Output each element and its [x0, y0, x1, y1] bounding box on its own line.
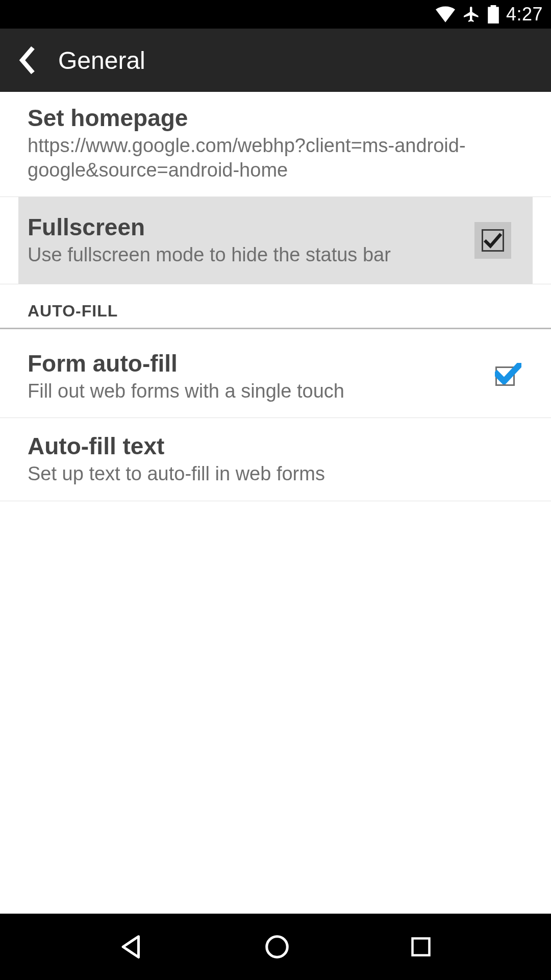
form-autofill-checkbox[interactable] — [487, 358, 523, 395]
airplane-mode-icon — [462, 5, 481, 23]
fullscreen-title: Fullscreen — [28, 213, 464, 241]
settings-list: Set homepage https://www.google.com/webh… — [0, 92, 551, 501]
autofill-header-text: AUTO-FILL — [28, 302, 523, 321]
form-autofill-subtitle: Fill out web forms with a single touch — [28, 379, 477, 404]
form-autofill-item[interactable]: Form auto-fill Fill out web forms with a… — [0, 329, 551, 419]
svg-rect-1 — [413, 939, 430, 955]
navigation-bar — [0, 914, 551, 980]
form-autofill-title: Form auto-fill — [28, 350, 477, 377]
fullscreen-checkbox[interactable] — [474, 222, 511, 259]
battery-icon — [488, 5, 499, 23]
nav-back-button[interactable] — [118, 933, 145, 961]
autofill-section-header: AUTO-FILL — [0, 284, 551, 329]
status-time: 4:27 — [506, 4, 543, 25]
app-bar: General — [0, 29, 551, 92]
set-homepage-item[interactable]: Set homepage https://www.google.com/webh… — [0, 92, 551, 197]
set-homepage-value: https://www.google.com/webhp?client=ms-a… — [28, 134, 523, 182]
autofill-text-item[interactable]: Auto-fill text Set up text to auto-fill … — [0, 418, 551, 501]
nav-home-button[interactable] — [263, 933, 291, 961]
fullscreen-item[interactable]: Fullscreen Use fullscreen mode to hide t… — [0, 197, 551, 284]
autofill-text-title: Auto-fill text — [28, 432, 523, 460]
nav-recents-button[interactable] — [409, 935, 433, 959]
back-icon[interactable] — [18, 46, 37, 75]
status-bar: 4:27 — [0, 0, 551, 29]
set-homepage-title: Set homepage — [28, 104, 523, 132]
autofill-text-subtitle: Set up text to auto-fill in web forms — [28, 462, 523, 486]
page-title: General — [58, 46, 145, 75]
fullscreen-subtitle: Use fullscreen mode to hide the status b… — [28, 243, 464, 267]
wifi-icon — [436, 6, 455, 22]
svg-point-0 — [267, 937, 288, 958]
